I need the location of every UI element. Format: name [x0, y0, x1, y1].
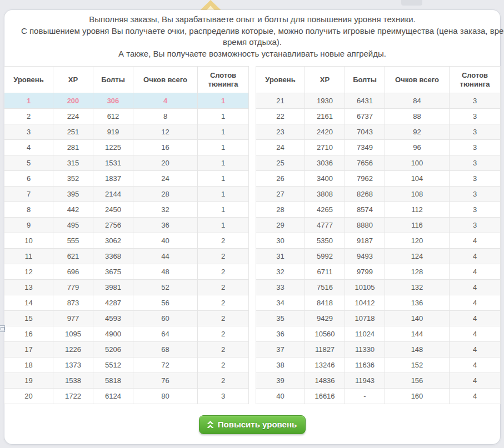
level-up-button[interactable]: Повысить уровень [199, 415, 306, 434]
table-cell: 128 [385, 264, 450, 280]
table-cell: 395 [53, 187, 93, 202]
table-row: 3813246116361524 [256, 358, 501, 373]
table-cell: 2 [198, 311, 249, 326]
table-cell: 779 [53, 280, 93, 295]
table-cell: 7 [4, 187, 53, 202]
table-cell: 2 [4, 109, 53, 124]
column-header-bolts: Болты [93, 67, 133, 93]
table-cell: 68 [133, 342, 198, 358]
table-cell: 3062 [93, 233, 133, 249]
table-cell: 4 [450, 358, 501, 373]
table-cell: 2 [198, 373, 249, 389]
table-cell: 10105 [345, 280, 385, 295]
table-cell: 11024 [345, 326, 385, 342]
column-header-xp: XP [305, 67, 345, 93]
intro-line-4: А также, Вы получаете возможность устана… [21, 48, 483, 60]
table-row: 1610954900642 [4, 326, 249, 342]
intro-line-2: С повышением уровня Вы получаете очки, р… [21, 26, 483, 37]
table-cell: 2 [198, 280, 249, 295]
table-cell: 3981 [93, 280, 133, 295]
table-row: 120030641 [4, 93, 249, 109]
intro-line-3: время отдыха). [21, 37, 483, 48]
table-cell: 2 [198, 233, 249, 249]
table-cell: 56 [133, 295, 198, 311]
table-cell: 3675 [93, 264, 133, 280]
table-cell: 3 [4, 124, 53, 140]
table-cell: 1 [198, 155, 249, 171]
table-row: 27380882681083 [256, 187, 501, 202]
table-cell: 4 [450, 280, 501, 295]
table-cell: 12 [133, 124, 198, 140]
table-cell: 9799 [345, 264, 385, 280]
table-cell: 1538 [53, 373, 93, 389]
table-cell: 2161 [305, 109, 345, 124]
table-cell: 11943 [345, 373, 385, 389]
table-row: 3711827113301484 [256, 342, 501, 358]
table-row: 26340079621043 [256, 171, 501, 187]
table-cell: 4 [450, 342, 501, 358]
table-cell: 19 [4, 373, 53, 389]
table-cell: 40 [133, 233, 198, 249]
table-cell: 873 [53, 295, 93, 311]
table-row: 2017226124803 [4, 389, 249, 404]
table-cell: 18 [4, 358, 53, 373]
table-cell: 2756 [93, 218, 133, 233]
table-cell: 6124 [93, 389, 133, 404]
table-cell: 13246 [305, 358, 345, 373]
table-cell: 16616 [305, 389, 345, 404]
table-cell: 352 [53, 171, 93, 187]
table-cell: 621 [53, 249, 93, 264]
table-cell: 8418 [305, 295, 345, 311]
table-cell: 22 [256, 109, 305, 124]
intro-text: Выполняя заказы, Вы зарабатываете опыт и… [4, 10, 500, 59]
table-cell: 3 [450, 140, 501, 155]
table-cell: 16 [4, 326, 53, 342]
table-cell: 555 [53, 233, 93, 249]
table-cell: 11330 [345, 342, 385, 358]
table-cell: 4593 [93, 311, 133, 326]
table-cell: 28 [256, 202, 305, 218]
table-row: 42811225161 [4, 140, 249, 155]
table-row: 2119306431843 [256, 93, 501, 109]
table-cell: 29 [256, 218, 305, 233]
table-cell: 315 [53, 155, 93, 171]
table-cell: 64 [133, 326, 198, 342]
table-cell: 2710 [305, 140, 345, 155]
table-cell: 3 [450, 171, 501, 187]
table-cell: 108 [385, 187, 450, 202]
table-cell: 6711 [305, 264, 345, 280]
table-cell: 112 [385, 202, 450, 218]
table-cell: 120 [385, 233, 450, 249]
table-cell: 100 [385, 155, 450, 171]
table-cell: 39 [256, 373, 305, 389]
table-cell: 8880 [345, 218, 385, 233]
table-cell: 7043 [345, 124, 385, 140]
table-cell: 977 [53, 311, 93, 326]
table-cell: 3 [450, 109, 501, 124]
table-row: 1712265206682 [4, 342, 249, 358]
table-cell: 4 [450, 373, 501, 389]
table-cell: 84 [385, 93, 450, 109]
table-row: 159774593602 [4, 311, 249, 326]
table-cell: 88 [385, 109, 450, 124]
table-cell: 9429 [305, 311, 345, 326]
table-cell: 5818 [93, 373, 133, 389]
table-cell: 104 [385, 171, 450, 187]
table-cell: 11827 [305, 342, 345, 358]
table-cell: 23 [256, 124, 305, 140]
table-cell: 14 [4, 295, 53, 311]
table-row: 2427107349963 [256, 140, 501, 155]
column-header-bolts: Болты [345, 67, 385, 93]
double-chevron-up-icon [207, 421, 214, 429]
table-cell: 148 [385, 342, 450, 358]
table-cell: 52 [133, 280, 198, 295]
table-cell: 32 [256, 264, 305, 280]
table-row: 31599294931244 [256, 249, 501, 264]
table-row: 3914836119431564 [256, 373, 501, 389]
table-cell: 76 [133, 373, 198, 389]
table-cell: 11636 [345, 358, 385, 373]
table-cell: 44 [133, 249, 198, 264]
table-cell: 10718 [345, 311, 385, 326]
table-row: 28426585741123 [256, 202, 501, 218]
table-row: 116213368442 [4, 249, 249, 264]
